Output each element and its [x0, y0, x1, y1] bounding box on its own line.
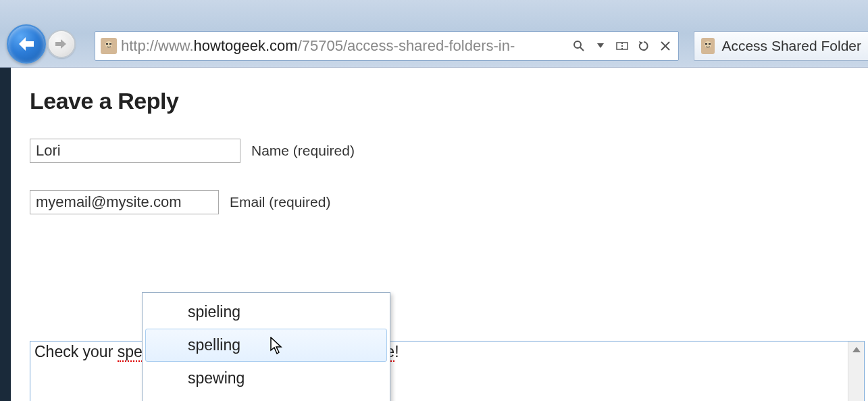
page-content: Leave a Reply Name (required) Email (req…: [0, 68, 868, 214]
svg-rect-10: [705, 43, 707, 45]
browser-tab[interactable]: Access Shared Folder: [694, 31, 868, 61]
suggestion-item[interactable]: spieling: [145, 296, 387, 329]
address-controls: [571, 39, 673, 53]
search-icon[interactable]: [571, 39, 586, 53]
name-label: Name (required): [251, 143, 355, 159]
arrow-right-icon: [54, 38, 69, 50]
scroll-up-button[interactable]: [848, 341, 864, 358]
sidebar-dark-strip: [0, 68, 11, 401]
page-title: Leave a Reply: [30, 88, 868, 114]
svg-line-4: [580, 47, 584, 51]
name-field-row: Name (required): [30, 139, 868, 163]
site-favicon: [101, 38, 117, 54]
refresh-icon[interactable]: [636, 39, 651, 53]
email-field-row: Email (required): [30, 190, 868, 214]
suggestion-item[interactable]: spewing: [145, 362, 387, 395]
arrow-left-icon: [16, 36, 36, 52]
address-bar[interactable]: http://www.howtogeek.com/75705/access-sh…: [95, 31, 679, 61]
stop-icon[interactable]: [658, 39, 673, 53]
svg-rect-1: [106, 43, 108, 45]
svg-point-3: [574, 41, 581, 48]
tab-title: Access Shared Folder: [721, 38, 861, 54]
url-text: http://www.howtogeek.com/75705/access-sh…: [121, 37, 567, 55]
name-input[interactable]: [30, 139, 240, 163]
nav-buttons: [7, 24, 76, 64]
url-path: /75705/access-shared-folders-in-: [298, 37, 515, 54]
suggestion-item[interactable]: spelling: [145, 329, 387, 362]
svg-rect-11: [709, 43, 711, 45]
back-button[interactable]: [7, 24, 46, 64]
browser-chrome: http://www.howtogeek.com/75705/access-sh…: [0, 0, 868, 68]
tab-favicon: [701, 38, 715, 54]
email-label: Email (required): [230, 194, 330, 210]
svg-rect-2: [109, 43, 111, 45]
chevron-up-icon: [852, 347, 861, 352]
compat-view-icon[interactable]: [615, 39, 630, 53]
dropdown-icon[interactable]: [593, 39, 608, 53]
url-domain: howtogeek.com: [194, 37, 298, 54]
spellcheck-suggestion-menu: spieling spelling spewing neeling: [142, 292, 390, 401]
forward-button[interactable]: [47, 30, 76, 58]
url-prefix: http://www.: [121, 37, 194, 54]
suggestion-item[interactable]: neeling: [145, 395, 387, 401]
vertical-scrollbar[interactable]: [848, 341, 864, 401]
email-field[interactable]: [30, 190, 219, 214]
